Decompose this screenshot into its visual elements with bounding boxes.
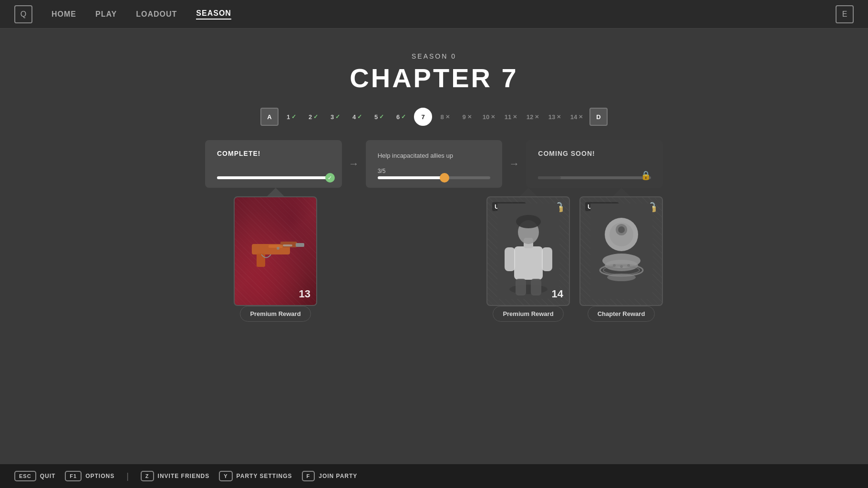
objective-1-progress-bar: ✓ bbox=[217, 176, 330, 179]
check-icon: ✓ bbox=[401, 113, 406, 120]
objective-2-desc: Help incapacitated allies up bbox=[378, 152, 491, 159]
esc-key: ESC bbox=[14, 471, 36, 481]
card-number-14: 14 bbox=[552, 288, 563, 300]
objective-2-progress-bar bbox=[378, 176, 491, 179]
cross-icon: ✕ bbox=[513, 114, 517, 120]
svg-rect-2 bbox=[296, 243, 304, 247]
triangle-13 bbox=[267, 188, 284, 196]
svg-point-8 bbox=[509, 285, 548, 294]
check-icon: ✓ bbox=[313, 113, 318, 120]
quit-label: QUIT bbox=[40, 473, 56, 479]
objective-1-indicator: ✓ bbox=[325, 173, 335, 183]
invite-friends-button[interactable]: Z INVITE FRIENDS bbox=[141, 471, 209, 481]
svg-rect-15 bbox=[516, 279, 526, 295]
check-icon: ✓ bbox=[291, 113, 296, 120]
reward-card-col-chapter: Unearned 🔒 bbox=[579, 188, 663, 322]
cross-icon: ✕ bbox=[557, 114, 561, 120]
f-key: F bbox=[302, 471, 315, 481]
objective-3-fill bbox=[538, 176, 560, 179]
chapter-btn-8[interactable]: 8 ✕ bbox=[436, 108, 454, 126]
nav-home[interactable]: HOME bbox=[52, 10, 76, 19]
svg-point-27 bbox=[613, 264, 616, 267]
nav-loadout[interactable]: LOADOUT bbox=[136, 10, 177, 19]
main-content: SEASON 0 CHAPTER 7 A 1 ✓ 2 ✓ 3 ✓ 4 ✓ 5 ✓ bbox=[0, 29, 868, 322]
chapter-btn-7[interactable]: 7 bbox=[414, 108, 432, 126]
svg-rect-16 bbox=[531, 279, 541, 295]
objective-1-title: COMPLETE! bbox=[217, 150, 330, 157]
triangle-chapter bbox=[613, 188, 630, 196]
svg-rect-13 bbox=[505, 247, 515, 271]
reward-card-chapter[interactable]: Unearned 🔒 bbox=[579, 196, 663, 306]
nav-season[interactable]: SEASON bbox=[196, 9, 231, 20]
svg-rect-6 bbox=[283, 244, 292, 246]
reward-card-col-13: 13 Premium Reward bbox=[234, 188, 317, 322]
card-label-chapter[interactable]: Chapter Reward bbox=[588, 306, 655, 322]
chapter-btn-6[interactable]: 6 ✓ bbox=[392, 108, 410, 126]
check-icon: ✓ bbox=[357, 113, 362, 120]
check-icon: ✓ bbox=[379, 113, 384, 120]
chapter-navigation: A 1 ✓ 2 ✓ 3 ✓ 4 ✓ 5 ✓ 6 ✓ bbox=[260, 108, 608, 126]
top-navigation: Q HOME PLAY LOADOUT SEASON E bbox=[0, 0, 868, 29]
join-party-button[interactable]: F JOIN PARTY bbox=[302, 471, 358, 481]
svg-point-28 bbox=[620, 265, 623, 268]
objective-2-fill bbox=[378, 176, 445, 179]
chapter-btn-5[interactable]: 5 ✓ bbox=[370, 108, 388, 126]
objective-1-fill bbox=[217, 176, 330, 179]
card-label-14[interactable]: Premium Reward bbox=[493, 306, 563, 322]
svg-rect-4 bbox=[269, 245, 283, 248]
chapter-title: CHAPTER 7 bbox=[350, 62, 518, 93]
objective-3-progress-bar bbox=[538, 176, 651, 179]
cross-icon: ✕ bbox=[445, 114, 450, 120]
chapter-btn-13[interactable]: 13 ✕ bbox=[546, 108, 564, 126]
chapter-btn-4[interactable]: 4 ✓ bbox=[348, 108, 366, 126]
options-label: OPTIONS bbox=[85, 473, 114, 479]
bottom-bar: ESC QUIT F1 OPTIONS | Z INVITE FRIENDS Y… bbox=[0, 464, 868, 488]
y-key: Y bbox=[219, 471, 232, 481]
chapter-btn-11[interactable]: 11 ✕ bbox=[502, 108, 520, 126]
chapter-btn-9[interactable]: 9 ✕ bbox=[458, 108, 476, 126]
cross-icon: ✕ bbox=[535, 114, 539, 120]
svg-rect-9 bbox=[514, 246, 543, 280]
rewards-section: 13 Premium Reward Unearned 🔒 bbox=[205, 188, 663, 322]
nav-icon-right[interactable]: E bbox=[836, 5, 854, 23]
party-settings-button[interactable]: Y PARTY SETTINGS bbox=[219, 471, 292, 481]
objective-card-2: Help incapacitated allies up 3/5 bbox=[366, 140, 503, 188]
chapter-btn-1[interactable]: 1 ✓ bbox=[282, 108, 300, 126]
objectives-row: COMPLETE! ✓ → Help incapacitated allies … bbox=[205, 140, 663, 188]
svg-point-21 bbox=[618, 226, 625, 233]
objective-card-3: COMING SOON! 🔒 bbox=[526, 140, 663, 188]
svg-point-29 bbox=[627, 264, 630, 267]
objective-2-indicator bbox=[440, 173, 449, 183]
svg-point-12 bbox=[516, 215, 541, 228]
options-button[interactable]: F1 OPTIONS bbox=[65, 471, 114, 481]
invite-friends-label: INVITE FRIENDS bbox=[158, 473, 210, 479]
chapter-btn-10[interactable]: 10 ✕ bbox=[480, 108, 498, 126]
chapter-btn-12[interactable]: 12 ✕ bbox=[524, 108, 542, 126]
svg-rect-3 bbox=[257, 254, 265, 267]
arrow-2: → bbox=[502, 140, 526, 188]
quit-button[interactable]: ESC QUIT bbox=[14, 471, 55, 481]
nav-icon-left[interactable]: Q bbox=[14, 5, 32, 23]
party-settings-label: PARTY SETTINGS bbox=[237, 473, 292, 479]
reward-card-13[interactable]: 13 bbox=[234, 196, 317, 306]
cross-icon: ✕ bbox=[579, 114, 583, 120]
z-key: Z bbox=[141, 471, 154, 481]
svg-point-26 bbox=[607, 274, 636, 281]
chapter-btn-3[interactable]: 3 ✓ bbox=[326, 108, 344, 126]
card-label-13[interactable]: Premium Reward bbox=[240, 306, 310, 322]
svg-rect-14 bbox=[542, 247, 552, 271]
nav-play[interactable]: PLAY bbox=[95, 10, 117, 19]
cross-icon: ✕ bbox=[467, 114, 472, 120]
chapter-btn-14[interactable]: 14 ✕ bbox=[568, 108, 586, 126]
triangle-14 bbox=[520, 188, 537, 196]
cross-icon: ✕ bbox=[491, 114, 495, 120]
bottom-divider: | bbox=[126, 471, 129, 481]
chapter-nav-left[interactable]: A bbox=[260, 108, 279, 126]
chapter-nav-right[interactable]: D bbox=[589, 108, 608, 126]
season-label: SEASON 0 bbox=[412, 52, 456, 60]
reward-card-14[interactable]: Unearned 🔒 bbox=[486, 196, 570, 306]
chapter-btn-2[interactable]: 2 ✓ bbox=[304, 108, 322, 126]
objective-3-title: COMING SOON! bbox=[538, 150, 651, 157]
reward-card-col-14: Unearned 🔒 bbox=[486, 188, 570, 322]
objective-card-1: COMPLETE! ✓ bbox=[205, 140, 342, 188]
